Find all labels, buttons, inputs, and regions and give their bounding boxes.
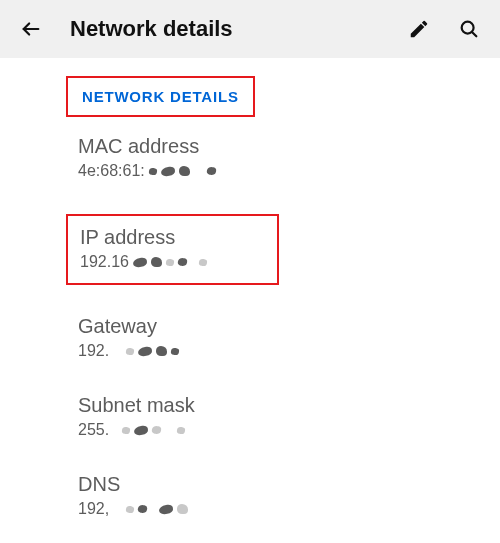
back-button[interactable] <box>18 16 44 42</box>
content-area: NETWORK DETAILS MAC address 4e:68:61: IP… <box>0 58 500 518</box>
section-header-label: NETWORK DETAILS <box>82 88 239 105</box>
detail-value: 4e:68:61: <box>78 162 480 180</box>
page-title: Network details <box>70 16 380 42</box>
detail-value: 192, <box>78 500 480 518</box>
detail-label: Gateway <box>78 315 480 338</box>
section-header-highlight: NETWORK DETAILS <box>66 76 255 117</box>
detail-label: MAC address <box>78 135 480 158</box>
redacted-smudge-icon <box>113 500 188 518</box>
header-bar: Network details <box>0 0 500 58</box>
edit-button[interactable] <box>406 16 432 42</box>
detail-item-mac[interactable]: MAC address 4e:68:61: <box>78 135 500 180</box>
pencil-icon <box>408 18 430 40</box>
search-icon <box>458 18 480 40</box>
detail-value: 192. <box>78 342 480 360</box>
detail-label: Subnet mask <box>78 394 480 417</box>
detail-item-gateway[interactable]: Gateway 192. <box>78 315 500 360</box>
redacted-smudge-icon <box>149 162 216 180</box>
header-actions <box>406 16 482 42</box>
detail-item-subnet[interactable]: Subnet mask 255. <box>78 394 500 439</box>
svg-line-2 <box>472 32 476 36</box>
detail-item-ip-highlight[interactable]: IP address 192.16 <box>66 214 279 285</box>
detail-item-dns[interactable]: DNS 192, <box>78 473 500 518</box>
search-button[interactable] <box>456 16 482 42</box>
redacted-smudge-icon <box>113 342 179 360</box>
redacted-smudge-icon <box>133 253 207 271</box>
detail-label: DNS <box>78 473 480 496</box>
detail-value: 192.16 <box>80 253 207 271</box>
detail-label: IP address <box>80 226 207 249</box>
redacted-smudge-icon <box>113 421 185 439</box>
back-arrow-icon <box>20 18 42 40</box>
detail-value: 255. <box>78 421 480 439</box>
